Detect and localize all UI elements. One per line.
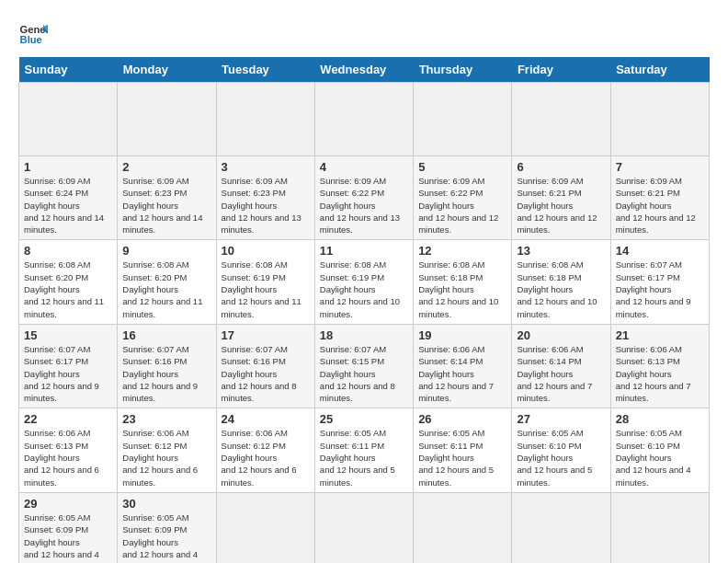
calendar-cell: 18Sunrise: 6:07 AMSunset: 6:15 PMDayligh… [314, 324, 413, 408]
header-wednesday: Wednesday [314, 57, 413, 83]
day-number: 20 [517, 328, 605, 342]
day-info: Sunrise: 6:05 AMSunset: 6:09 PMDaylight … [24, 511, 112, 563]
day-info: Sunrise: 6:08 AMSunset: 6:19 PMDaylight … [320, 259, 408, 319]
day-info: Sunrise: 6:05 AMSunset: 6:11 PMDaylight … [320, 427, 408, 488]
day-number: 5 [418, 160, 506, 174]
calendar-cell: 3Sunrise: 6:09 AMSunset: 6:23 PMDaylight… [216, 156, 314, 240]
day-number: 17 [222, 328, 310, 342]
svg-text:Blue: Blue [20, 34, 42, 45]
logo-icon: General Blue [18, 18, 48, 48]
calendar-cell: 20Sunrise: 6:06 AMSunset: 6:14 PMDayligh… [512, 324, 610, 408]
day-number: 26 [418, 412, 506, 426]
day-info: Sunrise: 6:09 AMSunset: 6:23 PMDaylight … [222, 175, 310, 236]
calendar-cell [314, 492, 413, 563]
day-info: Sunrise: 6:06 AMSunset: 6:13 PMDaylight … [24, 427, 112, 488]
day-number: 10 [222, 244, 310, 258]
day-info: Sunrise: 6:06 AMSunset: 6:12 PMDaylight … [222, 427, 310, 488]
day-info: Sunrise: 6:08 AMSunset: 6:19 PMDaylight … [222, 259, 310, 319]
calendar-cell: 1Sunrise: 6:09 AMSunset: 6:24 PMDaylight… [19, 156, 118, 240]
calendar-cell: 8Sunrise: 6:08 AMSunset: 6:20 PMDaylight… [19, 240, 118, 324]
header-saturday: Saturday [610, 57, 709, 83]
calendar-table: SundayMondayTuesdayWednesdayThursdayFrid… [18, 57, 710, 563]
calendar-cell: 21Sunrise: 6:06 AMSunset: 6:13 PMDayligh… [610, 324, 709, 408]
calendar-cell: 19Sunrise: 6:06 AMSunset: 6:14 PMDayligh… [414, 324, 512, 408]
day-number: 3 [222, 160, 310, 174]
calendar-week-row [19, 83, 710, 156]
header-friday: Friday [512, 57, 610, 83]
day-number: 19 [418, 328, 506, 342]
day-info: Sunrise: 6:06 AMSunset: 6:13 PMDaylight … [616, 343, 704, 404]
calendar-cell [19, 83, 118, 156]
day-number: 29 [24, 497, 112, 511]
day-info: Sunrise: 6:08 AMSunset: 6:20 PMDaylight … [122, 259, 210, 319]
day-info: Sunrise: 6:09 AMSunset: 6:21 PMDaylight … [517, 175, 605, 236]
calendar-cell [512, 492, 610, 563]
calendar-cell: 2Sunrise: 6:09 AMSunset: 6:23 PMDaylight… [118, 156, 216, 240]
day-info: Sunrise: 6:09 AMSunset: 6:21 PMDaylight … [616, 175, 704, 236]
day-info: Sunrise: 6:07 AMSunset: 6:17 PMDaylight … [24, 343, 112, 404]
day-number: 25 [320, 412, 408, 426]
day-number: 9 [122, 244, 210, 258]
calendar-week-row: 22Sunrise: 6:06 AMSunset: 6:13 PMDayligh… [19, 408, 710, 492]
day-info: Sunrise: 6:05 AMSunset: 6:09 PMDaylight … [122, 511, 210, 563]
day-number: 12 [418, 244, 506, 258]
day-number: 13 [517, 244, 605, 258]
day-number: 8 [24, 244, 112, 258]
calendar-cell: 10Sunrise: 6:08 AMSunset: 6:19 PMDayligh… [216, 240, 314, 324]
calendar-cell: 16Sunrise: 6:07 AMSunset: 6:16 PMDayligh… [118, 324, 216, 408]
day-number: 4 [320, 160, 408, 174]
header-sunday: Sunday [19, 57, 118, 83]
calendar-cell: 4Sunrise: 6:09 AMSunset: 6:22 PMDaylight… [314, 156, 413, 240]
day-number: 18 [320, 328, 408, 342]
calendar-cell [314, 83, 413, 156]
day-info: Sunrise: 6:05 AMSunset: 6:10 PMDaylight … [616, 427, 704, 488]
header-tuesday: Tuesday [216, 57, 314, 83]
day-number: 16 [122, 328, 210, 342]
day-number: 15 [24, 328, 112, 342]
day-info: Sunrise: 6:09 AMSunset: 6:23 PMDaylight … [122, 175, 210, 236]
calendar-week-row: 8Sunrise: 6:08 AMSunset: 6:20 PMDaylight… [19, 240, 710, 324]
calendar-cell: 23Sunrise: 6:06 AMSunset: 6:12 PMDayligh… [118, 408, 216, 492]
day-number: 11 [320, 244, 408, 258]
day-info: Sunrise: 6:09 AMSunset: 6:22 PMDaylight … [418, 175, 506, 236]
calendar-cell [216, 83, 314, 156]
calendar-cell: 25Sunrise: 6:05 AMSunset: 6:11 PMDayligh… [314, 408, 413, 492]
calendar-cell [610, 492, 709, 563]
calendar-cell [216, 492, 314, 563]
day-info: Sunrise: 6:08 AMSunset: 6:18 PMDaylight … [418, 259, 506, 319]
day-info: Sunrise: 6:07 AMSunset: 6:17 PMDaylight … [616, 259, 704, 319]
day-number: 14 [616, 244, 704, 258]
day-number: 22 [24, 412, 112, 426]
day-info: Sunrise: 6:07 AMSunset: 6:16 PMDaylight … [222, 343, 310, 404]
page-header: General Blue [18, 18, 710, 48]
calendar-cell: 17Sunrise: 6:07 AMSunset: 6:16 PMDayligh… [216, 324, 314, 408]
calendar-cell: 6Sunrise: 6:09 AMSunset: 6:21 PMDaylight… [512, 156, 610, 240]
day-info: Sunrise: 6:09 AMSunset: 6:24 PMDaylight … [24, 175, 112, 236]
calendar-cell: 9Sunrise: 6:08 AMSunset: 6:20 PMDaylight… [118, 240, 216, 324]
calendar-cell: 13Sunrise: 6:08 AMSunset: 6:18 PMDayligh… [512, 240, 610, 324]
day-number: 27 [517, 412, 605, 426]
day-number: 30 [122, 497, 210, 511]
day-info: Sunrise: 6:09 AMSunset: 6:22 PMDaylight … [320, 175, 408, 236]
calendar-cell: 5Sunrise: 6:09 AMSunset: 6:22 PMDaylight… [414, 156, 512, 240]
calendar-cell: 14Sunrise: 6:07 AMSunset: 6:17 PMDayligh… [610, 240, 709, 324]
calendar-week-row: 15Sunrise: 6:07 AMSunset: 6:17 PMDayligh… [19, 324, 710, 408]
calendar-cell [610, 83, 709, 156]
day-info: Sunrise: 6:06 AMSunset: 6:14 PMDaylight … [418, 343, 506, 404]
calendar-week-row: 29Sunrise: 6:05 AMSunset: 6:09 PMDayligh… [19, 492, 710, 563]
calendar-cell [118, 83, 216, 156]
day-info: Sunrise: 6:07 AMSunset: 6:15 PMDaylight … [320, 343, 408, 404]
calendar-cell: 27Sunrise: 6:05 AMSunset: 6:10 PMDayligh… [512, 408, 610, 492]
day-number: 6 [517, 160, 605, 174]
day-info: Sunrise: 6:05 AMSunset: 6:10 PMDaylight … [517, 427, 605, 488]
day-number: 24 [222, 412, 310, 426]
day-info: Sunrise: 6:07 AMSunset: 6:16 PMDaylight … [122, 343, 210, 404]
header-monday: Monday [118, 57, 216, 83]
day-number: 1 [24, 160, 112, 174]
day-number: 7 [616, 160, 704, 174]
calendar-cell: 24Sunrise: 6:06 AMSunset: 6:12 PMDayligh… [216, 408, 314, 492]
header-thursday: Thursday [414, 57, 512, 83]
day-number: 23 [122, 412, 210, 426]
day-number: 21 [616, 328, 704, 342]
day-number: 28 [616, 412, 704, 426]
